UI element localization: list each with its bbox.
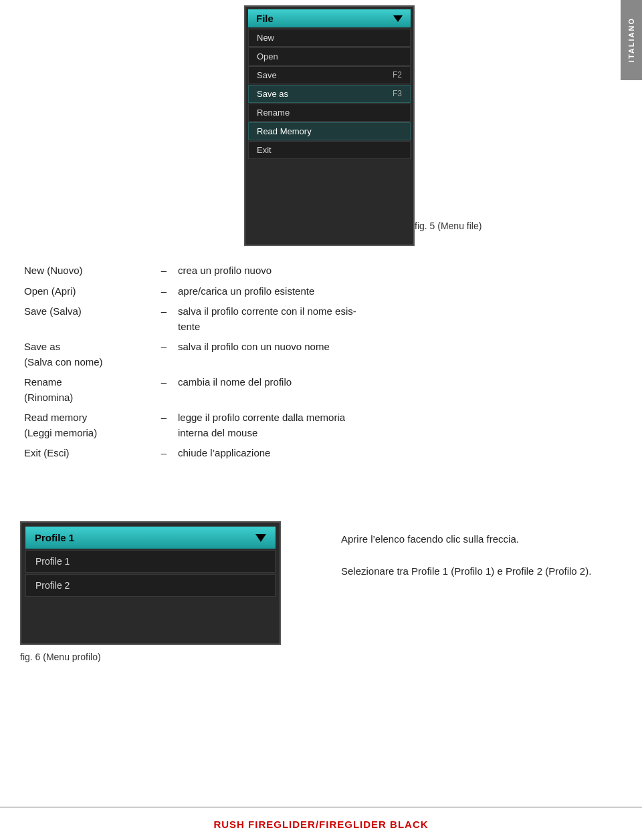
profile-select-text: Selezionare tra Profile 1 (Profilo 1) e …: [341, 563, 609, 579]
dash-rename: –: [154, 372, 174, 408]
def-save: salva il profilo corrente con il nome es…: [174, 301, 602, 337]
language-text: ITALIANO: [627, 17, 635, 62]
menu-item-save: Save F2: [248, 66, 411, 84]
menu-item-rename: Rename: [248, 104, 411, 122]
dash-saveas: –: [154, 337, 174, 372]
menu-item-readmemory-label: Read Memory: [257, 126, 312, 136]
profile-description: Aprire l’elenco facendo clic sulla frecc…: [341, 531, 609, 579]
main-content: New (Nuovo) – crea un profilo nuovo Open…: [20, 261, 602, 464]
menu-item-open-label: Open: [257, 51, 278, 61]
menu-item-rename-label: Rename: [257, 108, 290, 118]
description-table: New (Nuovo) – crea un profilo nuovo Open…: [20, 261, 602, 464]
profile-menu-title: Profile 1: [25, 527, 276, 549]
file-menu-title: File: [248, 9, 411, 27]
profile-open-list-text: Aprire l’elenco facendo clic sulla frecc…: [341, 531, 609, 547]
dash-readmemory: –: [154, 408, 174, 443]
def-rename: cambia il nome del profilo: [174, 372, 602, 408]
dash-open: –: [154, 281, 174, 302]
menu-item-saveas-label: Save as: [257, 89, 288, 99]
term-exit: Exit (Esci): [20, 443, 154, 464]
menu-item-new: New: [248, 29, 411, 47]
desc-row-readmemory: Read memory(Leggi memoria) – legge il pr…: [20, 408, 602, 443]
term-open: Open (Apri): [20, 281, 154, 302]
def-open: apre/carica un profilo esistente: [174, 281, 602, 302]
menu-item-readmemory: Read Memory: [248, 122, 411, 140]
saveas-shortcut: F3: [393, 89, 402, 99]
file-menu-screenshot: File New Open Save F2 Save as F3 Rename …: [244, 5, 415, 246]
footer: RUSH FIREGLIDER/FIREGLIDER BLACK: [0, 807, 642, 840]
fig5-label: fig. 5 (Menu file): [415, 221, 481, 231]
def-new: crea un profilo nuovo: [174, 261, 602, 281]
menu-item-save-label: Save: [257, 70, 277, 80]
term-save: Save (Salva): [20, 301, 154, 337]
menu-item-exit-label: Exit: [257, 145, 272, 155]
menu-item-saveas: Save as F3: [248, 85, 411, 103]
term-rename: Rename(Rinomina): [20, 372, 154, 408]
desc-row-new: New (Nuovo) – crea un profilo nuovo: [20, 261, 602, 281]
fig6-label: fig. 6 (Menu profilo): [20, 652, 101, 662]
profile-menu-arrow-icon: [255, 534, 266, 542]
dash-new: –: [154, 261, 174, 281]
profile-item-1: Profile 1: [25, 550, 276, 573]
desc-row-saveas: Save as(Salva con nome) – salva il profi…: [20, 337, 602, 372]
term-readmemory: Read memory(Leggi memoria): [20, 408, 154, 443]
def-readmemory: legge il profilo corrente dalla memoriai…: [174, 408, 602, 443]
desc-row-exit: Exit (Esci) – chiude l’applicazione: [20, 443, 602, 464]
sidebar-language-label: ITALIANO: [621, 0, 642, 80]
menu-item-exit: Exit: [248, 141, 411, 159]
profile-item-2-label: Profile 2: [35, 580, 70, 591]
profile-item-2: Profile 2: [25, 574, 276, 597]
menu-item-open: Open: [248, 47, 411, 65]
menu-title-arrow-icon: [393, 15, 403, 22]
footer-text: RUSH FIREGLIDER/FIREGLIDER BLACK: [213, 819, 428, 830]
profile-item-1-label: Profile 1: [35, 556, 70, 567]
dash-exit: –: [154, 443, 174, 464]
desc-row-rename: Rename(Rinomina) – cambia il nome del pr…: [20, 372, 602, 408]
term-new: New (Nuovo): [20, 261, 154, 281]
profile-menu-screenshot: Profile 1 Profile 1 Profile 2: [20, 521, 281, 645]
dash-save: –: [154, 301, 174, 337]
def-exit: chiude l’applicazione: [174, 443, 602, 464]
save-shortcut: F2: [393, 70, 402, 80]
def-saveas: salva il profilo con un nuovo nome: [174, 337, 602, 372]
menu-item-new-label: New: [257, 33, 274, 43]
file-menu-title-text: File: [256, 13, 274, 24]
desc-row-save: Save (Salva) – salva il profilo corrente…: [20, 301, 602, 337]
file-menu-container: File New Open Save F2 Save as F3 Rename …: [245, 7, 413, 162]
term-saveas: Save as(Salva con nome): [20, 337, 154, 372]
profile-title-text: Profile 1: [35, 532, 74, 543]
desc-row-open: Open (Apri) – apre/carica un profilo esi…: [20, 281, 602, 302]
